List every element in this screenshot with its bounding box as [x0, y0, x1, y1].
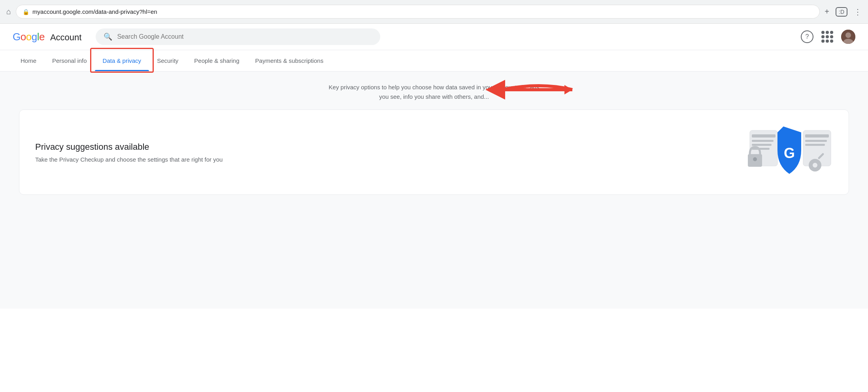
svg-rect-10 — [752, 144, 772, 146]
logo-account-text: Account — [50, 32, 82, 43]
logo-g: G — [13, 31, 21, 43]
browser-chrome: ⌂ 🔒 myaccount.google.com/data-and-privac… — [0, 0, 868, 24]
subtitle-area: Key privacy options to help you choose h… — [0, 72, 868, 109]
search-input[interactable] — [117, 33, 372, 40]
address-text: myaccount.google.com/data-and-privacy?hl… — [32, 8, 813, 15]
browser-actions: + :D ⋮ — [825, 7, 862, 17]
nav-tabs: Home Personal info Data & privacy Securi… — [0, 50, 868, 72]
ga-header: Google Account 🔍 ? — [0, 24, 868, 50]
browser-menu-button[interactable]: ⋮ — [854, 7, 862, 17]
svg-rect-15 — [805, 134, 829, 138]
privacy-card-text: Privacy suggestions available Take the P… — [35, 142, 223, 163]
privacy-card: Privacy suggestions available Take the P… — [19, 109, 849, 195]
search-icon: 🔍 — [104, 32, 112, 41]
privacy-card-illustration: G — [746, 122, 833, 182]
logo-e: e — [39, 31, 45, 43]
svg-point-19 — [813, 163, 817, 168]
privacy-card-description: Take the Privacy Checkup and choose the … — [35, 156, 223, 163]
extension-button[interactable]: :D — [836, 7, 847, 17]
main-content: Key privacy options to help you choose h… — [0, 72, 868, 309]
svg-rect-16 — [805, 140, 827, 142]
tab-people-sharing[interactable]: People & sharing — [186, 50, 247, 71]
google-logo: Google Account — [13, 31, 94, 43]
header-actions: ? — [801, 30, 855, 44]
tab-security[interactable]: Security — [149, 50, 186, 71]
tab-home[interactable]: Home — [13, 50, 44, 71]
new-tab-button[interactable]: + — [825, 7, 829, 16]
logo-o1: o — [21, 31, 26, 43]
home-icon[interactable]: ⌂ — [6, 7, 11, 16]
page-subtitle-line1: Key privacy options to help you choose h… — [296, 83, 572, 102]
svg-point-13 — [753, 157, 757, 161]
svg-text:G: G — [784, 145, 795, 161]
privacy-illustration-svg: G — [746, 122, 833, 182]
address-bar[interactable]: 🔒 myaccount.google.com/data-and-privacy?… — [16, 5, 820, 19]
svg-rect-11 — [752, 148, 770, 150]
tab-data-privacy[interactable]: Data & privacy — [95, 50, 149, 71]
help-icon[interactable]: ? — [801, 30, 813, 43]
logo-o2: o — [26, 31, 32, 43]
avatar[interactable] — [841, 30, 855, 44]
tab-personal-info[interactable]: Personal info — [44, 50, 95, 71]
tab-payments[interactable]: Payments & subscriptions — [247, 50, 332, 71]
search-bar[interactable]: 🔍 — [96, 28, 380, 45]
svg-rect-17 — [805, 144, 825, 146]
apps-icon[interactable] — [821, 31, 833, 43]
svg-rect-9 — [752, 140, 774, 142]
svg-point-1 — [845, 32, 851, 38]
privacy-card-title: Privacy suggestions available — [35, 142, 223, 152]
svg-rect-8 — [752, 134, 776, 138]
logo-g2: g — [32, 31, 37, 43]
lock-icon: 🔒 — [23, 9, 29, 15]
